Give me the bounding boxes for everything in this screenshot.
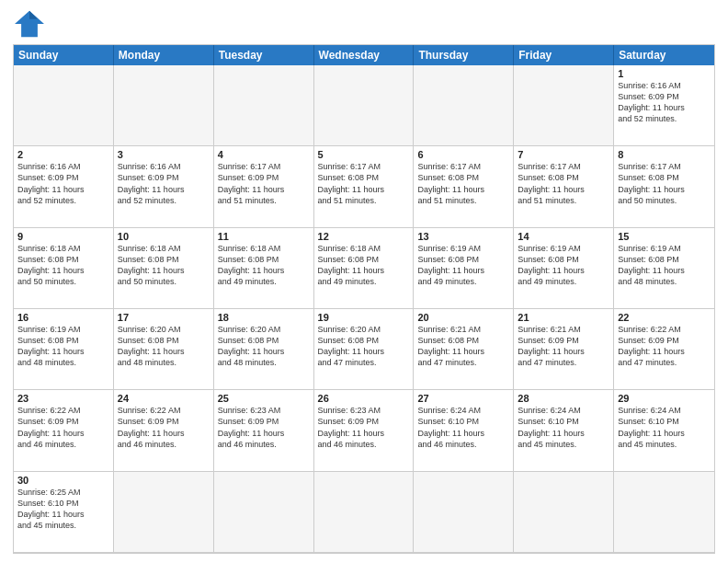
day-number: 14 xyxy=(518,231,609,242)
day-header-wednesday: Wednesday xyxy=(314,45,415,65)
day-info: Sunrise: 6:22 AM Sunset: 6:09 PM Dayligh… xyxy=(618,324,711,369)
day-header-friday: Friday xyxy=(514,45,614,65)
day-info: Sunrise: 6:17 AM Sunset: 6:08 PM Dayligh… xyxy=(618,161,711,206)
calendar-day-13: 13Sunrise: 6:19 AM Sunset: 6:08 PM Dayli… xyxy=(414,228,514,309)
day-info: Sunrise: 6:22 AM Sunset: 6:09 PM Dayligh… xyxy=(17,405,109,450)
day-number: 27 xyxy=(417,393,509,404)
day-number: 30 xyxy=(17,475,109,486)
day-info: Sunrise: 6:18 AM Sunset: 6:08 PM Dayligh… xyxy=(118,243,210,288)
day-info: Sunrise: 6:17 AM Sunset: 6:08 PM Dayligh… xyxy=(518,161,609,206)
day-info: Sunrise: 6:18 AM Sunset: 6:08 PM Dayligh… xyxy=(318,243,410,288)
day-info: Sunrise: 6:23 AM Sunset: 6:09 PM Dayligh… xyxy=(218,405,310,450)
calendar-empty-cell xyxy=(314,65,415,146)
day-number: 18 xyxy=(218,312,310,323)
calendar-day-27: 27Sunrise: 6:24 AM Sunset: 6:10 PM Dayli… xyxy=(414,390,514,471)
day-info: Sunrise: 6:20 AM Sunset: 6:08 PM Dayligh… xyxy=(218,324,310,369)
day-info: Sunrise: 6:19 AM Sunset: 6:08 PM Dayligh… xyxy=(618,243,711,288)
calendar-day-22: 22Sunrise: 6:22 AM Sunset: 6:09 PM Dayli… xyxy=(614,309,714,390)
calendar-day-18: 18Sunrise: 6:20 AM Sunset: 6:08 PM Dayli… xyxy=(214,309,314,390)
calendar-day-23: 23Sunrise: 6:22 AM Sunset: 6:09 PM Dayli… xyxy=(14,390,114,471)
day-header-thursday: Thursday xyxy=(414,45,514,65)
calendar-day-15: 15Sunrise: 6:19 AM Sunset: 6:08 PM Dayli… xyxy=(614,228,714,309)
day-info: Sunrise: 6:24 AM Sunset: 6:10 PM Dayligh… xyxy=(417,405,509,450)
calendar-empty-cell xyxy=(214,65,314,146)
day-info: Sunrise: 6:16 AM Sunset: 6:09 PM Dayligh… xyxy=(118,161,210,206)
calendar-empty-cell xyxy=(514,65,614,146)
calendar: SundayMondayTuesdayWednesdayThursdayFrid… xyxy=(13,44,715,554)
calendar-empty-cell xyxy=(114,65,214,146)
calendar-day-20: 20Sunrise: 6:21 AM Sunset: 6:08 PM Dayli… xyxy=(414,309,514,390)
calendar-day-12: 12Sunrise: 6:18 AM Sunset: 6:08 PM Dayli… xyxy=(314,228,415,309)
calendar-day-21: 21Sunrise: 6:21 AM Sunset: 6:09 PM Dayli… xyxy=(514,309,614,390)
calendar-day-19: 19Sunrise: 6:20 AM Sunset: 6:08 PM Dayli… xyxy=(314,309,415,390)
calendar-day-26: 26Sunrise: 6:23 AM Sunset: 6:09 PM Dayli… xyxy=(314,390,415,471)
calendar-day-10: 10Sunrise: 6:18 AM Sunset: 6:08 PM Dayli… xyxy=(114,228,214,309)
day-number: 25 xyxy=(218,393,310,404)
calendar-day-29: 29Sunrise: 6:24 AM Sunset: 6:10 PM Dayli… xyxy=(614,390,714,471)
logo-icon xyxy=(13,9,46,39)
day-info: Sunrise: 6:22 AM Sunset: 6:09 PM Dayligh… xyxy=(118,405,210,450)
calendar-day-8: 8Sunrise: 6:17 AM Sunset: 6:08 PM Daylig… xyxy=(614,146,714,227)
day-info: Sunrise: 6:18 AM Sunset: 6:08 PM Dayligh… xyxy=(17,243,109,288)
calendar-day-25: 25Sunrise: 6:23 AM Sunset: 6:09 PM Dayli… xyxy=(214,390,314,471)
day-info: Sunrise: 6:17 AM Sunset: 6:09 PM Dayligh… xyxy=(218,161,310,206)
day-number: 16 xyxy=(17,312,109,323)
logo xyxy=(13,9,51,39)
day-number: 29 xyxy=(618,393,711,404)
calendar-day-14: 14Sunrise: 6:19 AM Sunset: 6:08 PM Dayli… xyxy=(514,228,614,309)
day-number: 22 xyxy=(618,312,711,323)
day-number: 1 xyxy=(618,68,711,79)
calendar-empty-cell xyxy=(614,472,714,553)
day-number: 23 xyxy=(17,393,109,404)
day-header-monday: Monday xyxy=(114,45,214,65)
calendar-day-30: 30Sunrise: 6:25 AM Sunset: 6:10 PM Dayli… xyxy=(14,472,114,553)
day-number: 11 xyxy=(218,231,310,242)
calendar-empty-cell xyxy=(414,65,514,146)
calendar-grid: 1Sunrise: 6:16 AM Sunset: 6:09 PM Daylig… xyxy=(14,65,714,553)
day-info: Sunrise: 6:21 AM Sunset: 6:08 PM Dayligh… xyxy=(417,324,509,369)
calendar-day-16: 16Sunrise: 6:19 AM Sunset: 6:08 PM Dayli… xyxy=(14,309,114,390)
day-number: 4 xyxy=(218,149,310,160)
calendar-empty-cell xyxy=(114,472,214,553)
day-info: Sunrise: 6:23 AM Sunset: 6:09 PM Dayligh… xyxy=(318,405,410,450)
day-number: 2 xyxy=(17,149,109,160)
day-info: Sunrise: 6:24 AM Sunset: 6:10 PM Dayligh… xyxy=(518,405,609,450)
day-info: Sunrise: 6:19 AM Sunset: 6:08 PM Dayligh… xyxy=(518,243,609,288)
calendar-day-11: 11Sunrise: 6:18 AM Sunset: 6:08 PM Dayli… xyxy=(214,228,314,309)
calendar-empty-cell xyxy=(314,472,415,553)
day-number: 8 xyxy=(618,149,711,160)
calendar-day-4: 4Sunrise: 6:17 AM Sunset: 6:09 PM Daylig… xyxy=(214,146,314,227)
day-number: 7 xyxy=(518,149,609,160)
day-info: Sunrise: 6:16 AM Sunset: 6:09 PM Dayligh… xyxy=(17,161,109,206)
day-number: 5 xyxy=(318,149,410,160)
day-number: 6 xyxy=(417,149,509,160)
day-number: 19 xyxy=(318,312,410,323)
calendar-day-3: 3Sunrise: 6:16 AM Sunset: 6:09 PM Daylig… xyxy=(114,146,214,227)
day-info: Sunrise: 6:20 AM Sunset: 6:08 PM Dayligh… xyxy=(318,324,410,369)
day-headers: SundayMondayTuesdayWednesdayThursdayFrid… xyxy=(14,45,714,65)
day-info: Sunrise: 6:16 AM Sunset: 6:09 PM Dayligh… xyxy=(618,80,711,125)
day-number: 10 xyxy=(118,231,210,242)
header xyxy=(13,9,715,39)
calendar-day-7: 7Sunrise: 6:17 AM Sunset: 6:08 PM Daylig… xyxy=(514,146,614,227)
day-info: Sunrise: 6:19 AM Sunset: 6:08 PM Dayligh… xyxy=(417,243,509,288)
day-info: Sunrise: 6:20 AM Sunset: 6:08 PM Dayligh… xyxy=(118,324,210,369)
calendar-day-28: 28Sunrise: 6:24 AM Sunset: 6:10 PM Dayli… xyxy=(514,390,614,471)
day-info: Sunrise: 6:18 AM Sunset: 6:08 PM Dayligh… xyxy=(218,243,310,288)
calendar-day-5: 5Sunrise: 6:17 AM Sunset: 6:08 PM Daylig… xyxy=(314,146,415,227)
calendar-day-24: 24Sunrise: 6:22 AM Sunset: 6:09 PM Dayli… xyxy=(114,390,214,471)
day-info: Sunrise: 6:17 AM Sunset: 6:08 PM Dayligh… xyxy=(318,161,410,206)
calendar-day-17: 17Sunrise: 6:20 AM Sunset: 6:08 PM Dayli… xyxy=(114,309,214,390)
calendar-day-6: 6Sunrise: 6:17 AM Sunset: 6:08 PM Daylig… xyxy=(414,146,514,227)
calendar-empty-cell xyxy=(514,472,614,553)
calendar-empty-cell xyxy=(414,472,514,553)
day-number: 17 xyxy=(118,312,210,323)
day-header-saturday: Saturday xyxy=(614,45,714,65)
day-number: 3 xyxy=(118,149,210,160)
day-info: Sunrise: 6:24 AM Sunset: 6:10 PM Dayligh… xyxy=(618,405,711,450)
day-number: 13 xyxy=(417,231,509,242)
day-number: 24 xyxy=(118,393,210,404)
day-info: Sunrise: 6:19 AM Sunset: 6:08 PM Dayligh… xyxy=(17,324,109,369)
day-info: Sunrise: 6:25 AM Sunset: 6:10 PM Dayligh… xyxy=(17,487,109,532)
day-number: 9 xyxy=(17,231,109,242)
